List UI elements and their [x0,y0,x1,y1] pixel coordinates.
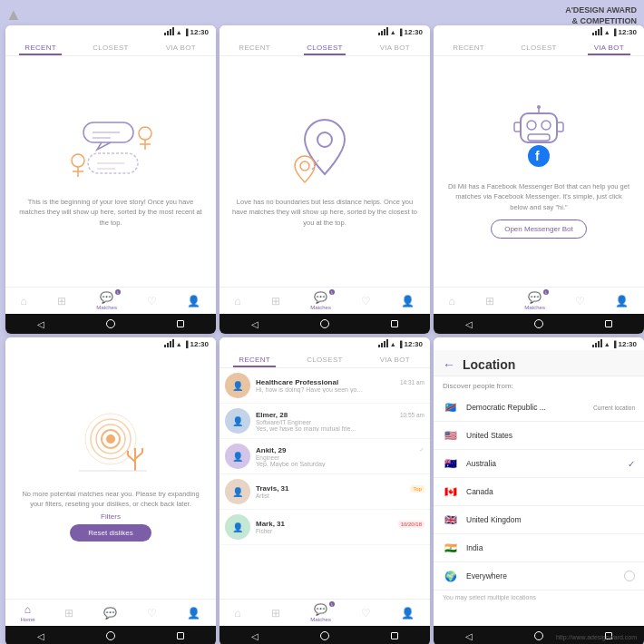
tab-viabot-1[interactable]: VIA BOT [146,38,216,55]
flag-0: 🇨🇩 [443,399,459,415]
nav-profile-4[interactable]: 👤 [187,607,200,620]
location-item-0[interactable]: 🇨🇩 Democratic Republic ... Current locat… [434,394,644,422]
desc-4: No more potential matches near you. Plea… [13,489,209,510]
android-home-4[interactable] [104,629,117,642]
reset-dislikes-button[interactable]: Reset dislikes [70,524,151,542]
nav-likes-4[interactable]: ♡ [147,607,157,620]
chat-item-4[interactable]: 👤 Travis, 31 Top Artist [220,474,430,510]
tab-bar-2: RECENT CLOSEST VIA BOT [220,38,430,56]
svg-line-33 [128,455,135,462]
location-item-2[interactable]: 🇦🇺 Australia ✓ [434,450,644,478]
nav-matches-2[interactable]: 💬 1 Matches [310,291,331,310]
loc-name-3: Canada [466,487,635,496]
chat-info-4: Travis, 31 Top Artist [256,484,424,499]
loc-name-6: Everywhere [466,571,617,581]
phone-3-content: f Dil Mil has a Facebook Messenger Bot t… [434,56,644,287]
filters-button[interactable]: Filters [92,509,130,524]
android-home-6[interactable] [532,629,545,642]
nav-profile-5[interactable]: 👤 [401,607,415,620]
location-item-1[interactable]: 🇺🇸 United States [434,422,644,450]
nav-browse-2[interactable]: ⊞ [271,295,280,307]
loc-radio-6[interactable] [624,571,635,581]
nav-home-3[interactable]: ⌂ [449,295,455,307]
nav-likes-1[interactable]: ♡ [147,295,157,307]
tab-recent-3[interactable]: RECENT [434,38,503,55]
nav-likes-5[interactable]: ♡ [361,607,371,620]
nav-likes-2[interactable]: ♡ [361,295,371,307]
android-recents-4[interactable] [174,629,187,642]
android-recents-3[interactable] [602,317,615,330]
chat-item-2[interactable]: 👤 Elmer, 28 10:55 am Software/IT Enginee… [220,404,430,439]
chat-item-5[interactable]: 👤 Mark, 31 10/20/18 Fisher [220,510,430,545]
tab-closest-5[interactable]: CLOSEST [289,350,359,367]
phone-1-content: This is the beginning of your love story… [5,56,216,287]
status-bar-5: ▲ ▐ 12:30 [220,337,430,350]
android-home-5[interactable] [318,629,331,642]
phone-4: ▲ ▐ 12:30 [5,337,216,644]
svg-text:f: f [535,149,540,163]
location-item-6[interactable]: 🌍 Everywhere [434,562,644,590]
nav-browse-3[interactable]: ⊞ [485,295,494,307]
tab-recent-5[interactable]: RECENT [220,350,289,367]
android-recents-1[interactable] [174,317,187,330]
location-content: Discover people from: 🇨🇩 Democratic Repu… [434,376,644,626]
tab-closest-2[interactable]: CLOSEST [289,38,359,55]
location-item-5[interactable]: 🇮🇳 India [434,534,644,562]
nav-profile-1[interactable]: 👤 [187,295,200,307]
nav-matches-5[interactable]: 💬 1 Matches [310,603,331,622]
tab-viabot-3[interactable]: VIA BOT [574,38,644,55]
chat-avatar-2: 👤 [225,408,250,434]
android-home-3[interactable] [532,317,545,330]
nav-home-4[interactable]: ⌂ Home [20,603,34,622]
tab-viabot-5[interactable]: VIA BOT [360,350,430,367]
messenger-button[interactable]: Open Messenger Bot [491,220,587,239]
illustration-1 [13,115,209,188]
tab-closest-3[interactable]: CLOSEST [503,38,573,55]
android-home-2[interactable] [318,317,331,330]
loc-name-5: India [466,543,635,552]
android-back-4[interactable]: ◁ [34,629,47,642]
android-back-6[interactable]: ◁ [463,629,475,642]
android-home-1[interactable] [104,317,117,330]
chat-name-1: Healthcare Professional [256,378,338,386]
phone-4-content: No more potential matches near you. Plea… [5,350,216,599]
android-back-3[interactable]: ◁ [463,317,475,330]
nav-likes-3[interactable]: ♡ [575,295,585,307]
back-arrow[interactable]: ← [443,357,455,372]
android-recents-2[interactable] [388,317,401,330]
android-back-2[interactable]: ◁ [249,317,261,330]
nav-browse-1[interactable]: ⊞ [57,295,66,307]
android-recents-5[interactable] [388,629,401,642]
tab-viabot-2[interactable]: VIA BOT [360,38,430,55]
discover-label: Discover people from: [434,376,644,394]
svg-rect-15 [521,113,557,142]
nav-matches-4[interactable]: 💬 [103,607,117,620]
chat-item-3[interactable]: 👤 Ankit, 29 ✓ Engineer Yep. Maybe on Sat… [220,439,430,474]
chat-item-1[interactable]: 👤 Healthcare Professional 14:31 am Hi, h… [220,368,430,404]
illustration-4 [74,407,147,480]
location-item-3[interactable]: 🇨🇦 Canada [434,478,644,506]
location-title: Location [463,357,515,372]
illustration-3: f [441,104,637,172]
nav-home-1[interactable]: ⌂ [21,295,27,307]
location-item-4[interactable]: 🇬🇧 United Kingdom [434,506,644,534]
desc-3: Dil Mil has a Facebook Messenger Bot tha… [441,181,637,212]
android-nav-5: ◁ [220,626,430,644]
nav-browse-5[interactable]: ⊞ [271,607,280,620]
status-bar-4: ▲ ▐ 12:30 [5,337,216,350]
nav-browse-4[interactable]: ⊞ [64,607,73,620]
desc-1: This is the beginning of your love story… [13,197,209,228]
nav-matches-3[interactable]: 💬 1 Matches [524,291,545,310]
nav-home-5[interactable]: ⌂ [235,607,241,620]
nav-profile-2[interactable]: 👤 [401,295,415,307]
chat-avatar-4: 👤 [225,479,250,504]
tab-recent-2[interactable]: RECENT [220,38,289,55]
android-back-5[interactable]: ◁ [249,629,261,642]
nav-profile-3[interactable]: 👤 [615,295,629,307]
chat-name-5: Mark, 31 [256,520,285,528]
nav-matches-1[interactable]: 💬 1 Matches [96,291,117,310]
tab-closest-1[interactable]: CLOSEST [75,38,145,55]
android-back-1[interactable]: ◁ [34,317,47,330]
nav-home-2[interactable]: ⌂ [235,295,241,307]
tab-recent-1[interactable]: RECENT [5,38,75,55]
